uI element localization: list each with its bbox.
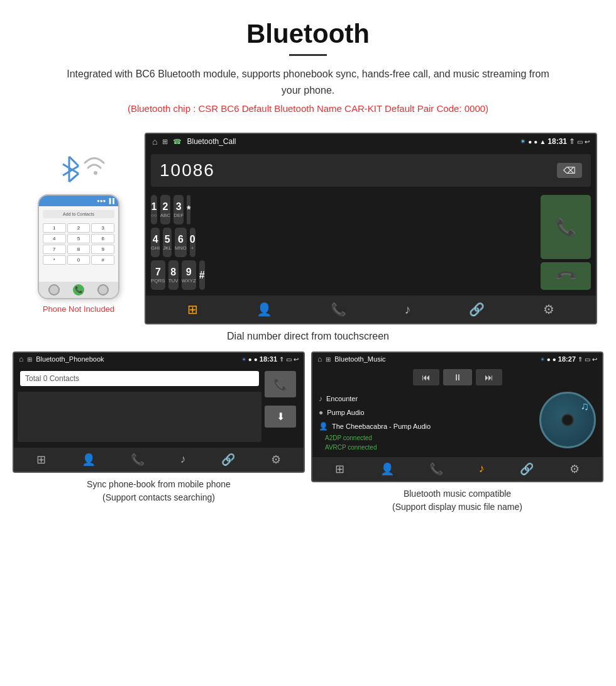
svg-line-2 (69, 157, 79, 166)
window-icon: ▭ (577, 138, 583, 145)
ms-link-icon[interactable]: 🔗 (520, 462, 534, 476)
phone-key-4: 4 (43, 234, 66, 243)
home-icon: ⌂ (152, 136, 157, 147)
svg-line-3 (63, 166, 79, 175)
album-center (561, 414, 574, 426)
pb-link-icon[interactable]: 🔗 (221, 453, 235, 467)
main-row: ●●● ▐▐ Add to Contacts 1 2 3 4 5 6 7 8 9… (0, 133, 616, 324)
phone-home-btn (97, 284, 109, 296)
music-caption-line2: (Support display music file name) (392, 502, 522, 512)
ms-home-icon: ⌂ (317, 355, 322, 363)
pb-calls-icon[interactable]: 📞 (131, 453, 145, 467)
bt-wifi-icon (50, 144, 107, 194)
key-6[interactable]: 6MNO (175, 228, 187, 257)
ms-title-label: Bluetooth_Music (334, 355, 536, 363)
ms-play-button[interactable]: ⏸ (443, 369, 472, 385)
ms-prev-button[interactable]: ⏮ (413, 369, 439, 385)
phonebook-caption: Sync phone-book from mobile phone (Suppo… (13, 473, 305, 504)
phone-end-btn (48, 284, 60, 296)
link-nav-icon[interactable]: 🔗 (469, 302, 485, 317)
avrcp-connected-label: AVRCP connected (319, 443, 534, 452)
phone-key-9: 9 (91, 245, 114, 254)
ms-time: 18:27 (558, 355, 576, 363)
ms-dialpad-icon[interactable]: ⊞ (335, 462, 344, 476)
phone-not-included-label: Phone Not Included (43, 304, 114, 314)
car-call-statusbar: ⌂ ⊞ ☎ Bluetooth_Call ✴ ● ● ▲ 18:31 ⇑ ▭ ↩ (146, 134, 596, 149)
phone-key-7: 7 (43, 245, 66, 254)
pb-title-label: Bluetooth_Phonebook (36, 355, 238, 363)
status-time: 18:31 (547, 137, 567, 146)
pb-music-icon[interactable]: ♪ (180, 453, 186, 467)
call-buttons-col: 📞 📞 (541, 195, 591, 290)
end-call-button[interactable]: 📞 (541, 262, 591, 290)
title-underline (289, 54, 327, 56)
key-9[interactable]: 9WXYZ (182, 260, 196, 290)
pb-call-button[interactable]: 📞 (265, 371, 296, 397)
pb-signal1: ● (248, 356, 252, 363)
track-item-1: ♪ Encounter (319, 392, 534, 406)
keypad-area: 1○○ 2ABC 3DEF * 4GHI 5JKL 6MNO 0+ 7PQRS … (146, 192, 596, 293)
ms-bt-dot: ✴ (540, 356, 545, 363)
key-3[interactable]: 3DEF (173, 195, 184, 224)
dialpad-nav-icon[interactable]: ⊞ (187, 302, 198, 317)
back-icon: ↩ (585, 138, 590, 145)
page-description: Integrated with BC6 Bluetooth module, su… (63, 66, 553, 98)
phonebook-search-field[interactable]: Total 0 Contacts (20, 371, 259, 386)
music-nav-icon[interactable]: ♪ (404, 302, 410, 317)
ms-music-icon[interactable]: ♪ (479, 462, 485, 476)
key-1[interactable]: 1○○ (151, 195, 157, 224)
track2-circle-icon: ● (319, 408, 323, 417)
main-caption: Dial number direct from touchscreen (0, 324, 616, 351)
pb-download-button[interactable]: ⬇ (265, 406, 296, 428)
key-7[interactable]: 7PQRS (151, 260, 165, 290)
pb-menu-icon: ⊞ (27, 356, 32, 363)
ms-next-button[interactable]: ⏭ (476, 369, 502, 385)
phone-key-0: 0 (67, 255, 91, 265)
key-5[interactable]: 5JKL (163, 228, 172, 257)
answer-call-button[interactable]: 📞 (541, 195, 591, 259)
key-hash[interactable]: # (199, 260, 205, 290)
pb-dialpad-icon[interactable]: ⊞ (36, 453, 46, 467)
key-4[interactable]: 4GHI (151, 228, 160, 257)
music-notes-decoration: ♫ (581, 400, 590, 413)
call-screen-title: Bluetooth_Call (187, 137, 515, 146)
contacts-nav-icon[interactable]: 👤 (256, 302, 272, 317)
pb-home-icon: ⌂ (19, 355, 23, 363)
ms-contacts-icon[interactable]: 👤 (380, 462, 394, 476)
a2dp-connected-label: A2DP connected (319, 433, 534, 443)
key-8[interactable]: 8TUV (168, 260, 179, 290)
keypad-row-1: 1○○ 2ABC 3DEF * (151, 195, 537, 224)
ms-settings-icon[interactable]: ⚙ (569, 462, 580, 476)
bottom-row: ⌂ ⊞ Bluetooth_Phonebook ✴ ● ● 18:31 ⇑ ▭ … (0, 351, 616, 514)
end-call-icon: 📞 (554, 264, 577, 287)
bt-icon-status: ✴ (520, 137, 526, 146)
key-star[interactable]: * (187, 195, 190, 224)
phone-key-hash: # (91, 255, 114, 265)
settings-nav-icon[interactable]: ⚙ (543, 302, 554, 317)
album-art: ♫ (539, 392, 596, 448)
backspace-button[interactable]: ⌫ (557, 163, 582, 178)
svg-point-0 (94, 171, 97, 175)
phone-mini-keypad: 1 2 3 4 5 6 7 8 9 * 0 # (43, 223, 114, 265)
phone-key-6: 6 (91, 234, 114, 243)
ms-menu-icon: ⊞ (326, 356, 331, 363)
pb-expand: ⇑ (279, 356, 284, 363)
ms-track-list: ♪ Encounter ● Pump Audio 👤 The Cheebacab… (319, 392, 534, 452)
page-header: Bluetooth Integrated with BC6 Bluetooth … (0, 0, 616, 133)
calls-nav-icon[interactable]: 📞 (331, 302, 346, 317)
pb-time: 18:31 (260, 355, 277, 363)
phone-key-8: 8 (67, 245, 91, 254)
pb-settings-icon[interactable]: ⚙ (271, 453, 281, 467)
track3-name: The Cheebacabra - Pump Audio (332, 423, 431, 430)
key-2[interactable]: 2ABC (160, 195, 170, 224)
phone-key-5: 5 (67, 234, 91, 243)
ms-statusbar: ⌂ ⊞ Bluetooth_Music ✴ ● ● 18:27 ⇑ ▭ ↩ (312, 353, 602, 365)
car-number-display: 10086 ⌫ (151, 154, 591, 187)
ms-calls-icon[interactable]: 📞 (429, 462, 443, 476)
phone-key-1: 1 (43, 223, 66, 233)
dialed-number: 10086 (160, 160, 215, 180)
ms-controls: ⏮ ⏸ ⏭ (312, 365, 602, 389)
key-0[interactable]: 0+ (190, 228, 195, 257)
pb-contacts-icon[interactable]: 👤 (82, 453, 96, 467)
status-icons: ✴ ● ● ▲ 18:31 ⇑ ▭ ↩ (520, 137, 590, 146)
